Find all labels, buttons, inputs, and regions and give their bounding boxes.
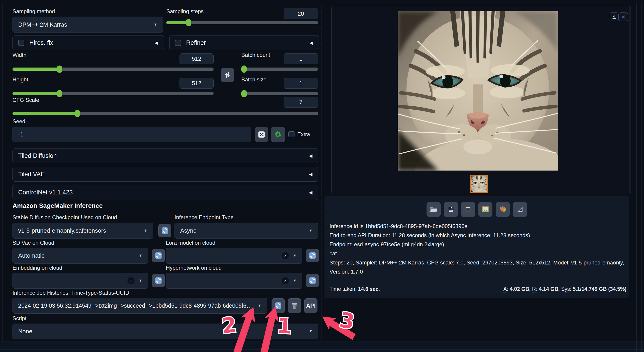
send-to-extras-button[interactable] (496, 202, 510, 217)
clear-selection-icon[interactable]: × (282, 277, 289, 284)
width-value[interactable]: 512 (180, 54, 214, 64)
refresh-icon (308, 277, 316, 284)
accordion-controlnet[interactable]: ControlNet v1.1.423 ◀ (12, 185, 318, 200)
job-histories-value: 2024-02-19 03:56:32.914549-->txt2img-->s… (18, 302, 254, 309)
close-preview-button[interactable]: × (619, 13, 628, 21)
dice-icon (258, 130, 266, 139)
download-image-button[interactable] (610, 13, 618, 21)
refresh-hypernetwork-button[interactable] (306, 274, 319, 287)
image-actions-row (426, 202, 527, 217)
memory-a-value: 4.02 GB, (510, 286, 530, 292)
width-slider[interactable] (12, 68, 214, 71)
send-to-inpaint-button[interactable] (513, 202, 527, 217)
refresh-job-histories-button[interactable] (272, 298, 285, 313)
refresh-checkpoint-button[interactable] (158, 224, 171, 237)
accordion-label: Tiled Diffusion (18, 152, 57, 159)
sampling-steps-label: Sampling steps (166, 8, 204, 15)
gallery-scrollbar[interactable] (628, 6, 631, 194)
memory-a-label: A: (503, 286, 508, 292)
batch-count-label: Batch count (241, 52, 270, 58)
extra-seed-label: Extra (297, 131, 310, 138)
lora-label: Lora model on cloud (166, 240, 215, 246)
framed-picture-icon (481, 205, 490, 213)
height-slider[interactable] (12, 92, 214, 95)
swap-arrows-icon (224, 72, 230, 79)
send-to-img2img-button[interactable] (478, 202, 492, 217)
chevron-down-icon: ▼ (258, 303, 261, 308)
chevron-down-icon: ▼ (309, 228, 312, 233)
chevron-down-icon: ▼ (144, 228, 147, 233)
floppy-save-icon (447, 205, 455, 213)
cfg-scale-slider[interactable] (12, 112, 318, 115)
batch-count-value[interactable]: 1 (284, 54, 318, 64)
batch-size-label: Batch size (241, 76, 266, 83)
recycle-icon (274, 130, 282, 139)
batch-size-value[interactable]: 1 (284, 78, 318, 89)
extra-seed-checkbox[interactable] (288, 131, 294, 137)
job-histories-dropdown[interactable]: 2024-02-19 03:56:32.914549-->txt2img-->s… (12, 298, 267, 313)
triangle-ruler-icon (516, 205, 524, 213)
random-seed-button[interactable] (255, 127, 268, 142)
memory-r-value: 4.14 GB, (539, 286, 560, 292)
top-border (2, 3, 644, 3)
sampling-steps-value[interactable]: 20 (284, 8, 318, 19)
generation-info-text: Inference id is 1bbd5d51-9dc8-4895-97ab-… (330, 222, 628, 276)
refiner-panel[interactable]: Refiner ◀ (169, 35, 319, 50)
hires-fix-panel[interactable]: Hires. fix ◀ (12, 35, 164, 50)
embedding-label: Embedding on cloud (12, 265, 62, 271)
accordion-tiled-vae[interactable]: Tiled VAE ◀ (12, 167, 318, 182)
sampling-steps-slider[interactable] (166, 21, 318, 24)
refresh-embedding-button[interactable] (152, 274, 165, 287)
clear-selection-icon[interactable]: × (128, 277, 134, 284)
reuse-seed-button[interactable] (271, 127, 285, 142)
seed-input[interactable]: -1 (12, 127, 251, 142)
annotation-number-3: 3 (338, 308, 356, 334)
accordion-tiled-diffusion[interactable]: Tiled Diffusion ◀ (12, 148, 318, 163)
left-border (2, 3, 2, 342)
api-button[interactable]: API (304, 298, 318, 313)
cfg-scale-slider-thumb[interactable] (74, 110, 80, 117)
generation-params-line: Steps: 20, Sampler: DPM++ 2M Karras, CFG… (330, 258, 628, 276)
hypernetwork-multiselect[interactable]: × ▼ (166, 273, 302, 288)
app-window: Sampling method DPM++ 2M Karras ▼ Sampli… (0, 0, 644, 352)
sampling-steps-slider-thumb[interactable] (186, 19, 191, 26)
script-dropdown[interactable]: None ▼ (12, 323, 318, 339)
refresh-sd-vae-button[interactable] (152, 249, 165, 262)
sd-vae-dropdown[interactable]: Automatic ▼ (12, 248, 148, 263)
clear-selection-icon[interactable]: × (282, 252, 289, 259)
checkpoint-dropdown[interactable]: v1-5-pruned-emaonly.safetensors ▼ (12, 223, 153, 238)
height-slider-thumb[interactable] (57, 90, 62, 97)
column-resize-handle[interactable] (322, 5, 322, 340)
seed-value: -1 (18, 131, 24, 138)
chevron-down-icon: ▼ (309, 329, 312, 333)
endpoint-type-dropdown[interactable]: Async ▼ (174, 223, 318, 238)
width-slider-thumb[interactable] (57, 66, 62, 73)
refresh-icon (274, 302, 282, 309)
open-folder-button[interactable] (426, 202, 440, 217)
endpoint-type-label: Inference Endpoint Type (174, 214, 234, 221)
batch-size-slider[interactable] (241, 92, 318, 95)
refiner-checkbox[interactable] (175, 40, 181, 46)
memory-sys-value: 5.1/14.749 GB (34.5%) (573, 286, 626, 292)
chevron-left-icon: ◀ (155, 40, 158, 46)
generated-image[interactable] (398, 11, 558, 171)
delete-job-history-button[interactable] (288, 298, 301, 313)
save-zip-button[interactable] (461, 202, 475, 217)
cfg-scale-label: CFG Scale (12, 97, 39, 103)
api-duration-line: End-to-end API Duration: 11.28 seconds (… (330, 231, 628, 240)
refresh-lora-button[interactable] (306, 249, 319, 262)
hires-fix-checkbox[interactable] (18, 40, 24, 46)
cfg-scale-value[interactable]: 7 (284, 97, 318, 108)
embedding-multiselect[interactable]: × ▼ (12, 273, 148, 288)
batch-count-slider[interactable] (241, 68, 318, 71)
job-histories-label: Inference Job Histories: Time-Type-Statu… (12, 290, 129, 296)
lora-multiselect[interactable]: × ▼ (166, 248, 302, 263)
sampling-method-dropdown[interactable]: DPM++ 2M Karras ▼ (12, 17, 163, 33)
swap-dimensions-button[interactable] (221, 68, 234, 82)
save-image-button[interactable] (444, 202, 458, 217)
height-value[interactable]: 512 (180, 78, 214, 89)
batch-size-slider-thumb[interactable] (241, 90, 247, 97)
batch-count-slider-thumb[interactable] (241, 66, 247, 73)
time-taken: Time taken: 14.6 sec. (330, 286, 380, 292)
gallery-thumbnail-selected[interactable] (470, 175, 488, 193)
